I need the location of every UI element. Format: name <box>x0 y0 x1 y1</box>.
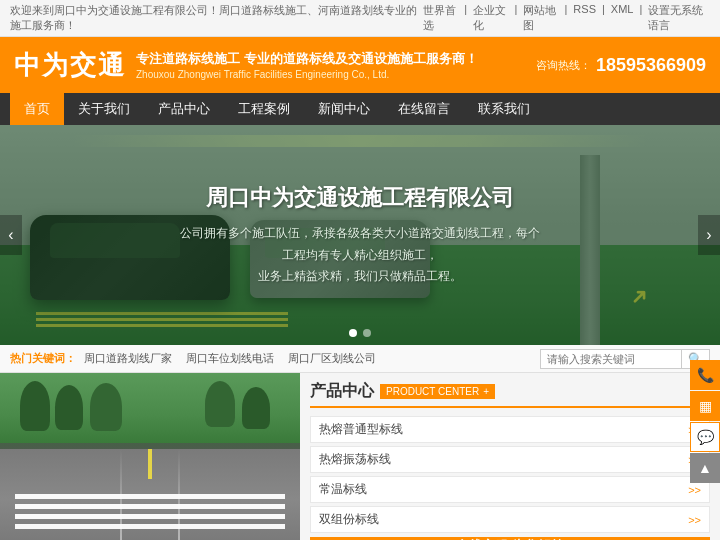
hot-label: 热门关键词： <box>10 351 76 366</box>
top-bar-link-1[interactable]: 世界首选 <box>423 3 458 33</box>
floating-top-button[interactable]: ▲ <box>690 453 720 483</box>
logo-main-text: 中为交通 <box>14 48 126 83</box>
prev-slide-button[interactable]: ‹ <box>0 215 22 255</box>
hero-title: 周口中为交通设施工程有限公司 <box>180 183 540 213</box>
product-item-3[interactable]: 常温标线 >> <box>310 476 710 503</box>
floating-phone-button[interactable]: 📞 <box>690 360 720 390</box>
top-bar: 欢迎来到周口中为交通设施工程有限公司！周口道路标线施工、河南道路划线专业的施工服… <box>0 0 720 37</box>
product-item-3-name: 常温标线 <box>319 481 367 498</box>
top-bar-left-text: 欢迎来到周口中为交通设施工程有限公司！周口道路标线施工、河南道路划线专业的施工服… <box>10 3 423 33</box>
logo-sub-top: 专注道路标线施工 专业的道路标线及交通设施施工服务商！ <box>136 50 478 68</box>
hero-dot-1[interactable] <box>349 329 357 337</box>
hot-search: 🔍 <box>540 349 710 369</box>
hero-content: 周口中为交通设施工程有限公司 公司拥有多个施工队伍，承接各级各类大小道路交通划线… <box>180 183 540 288</box>
nav-item-message[interactable]: 在线留言 <box>384 93 464 125</box>
product-center-plus: + <box>483 386 489 397</box>
product-item-1[interactable]: 热熔普通型标线 >> <box>310 416 710 443</box>
product-center-title: 产品中心 <box>310 381 374 402</box>
logo-area: 中为交通 专注道路标线施工 专业的道路标线及交通设施施工服务商！ Zhouxou… <box>14 48 478 83</box>
hero-dots <box>349 329 371 337</box>
top-bar-link-3[interactable]: 网站地图 <box>523 3 558 33</box>
road-scene <box>0 373 300 540</box>
phone-label: 咨询热线： <box>536 58 591 73</box>
product-center-header: 产品中心 PRODUCT CENTER + <box>310 381 710 408</box>
nav-item-news[interactable]: 新闻中心 <box>304 93 384 125</box>
nav-item-products[interactable]: 产品中心 <box>144 93 224 125</box>
product-item-4-arrow: >> <box>688 514 701 526</box>
main-content: 产品中心 PRODUCT CENTER + 热熔普通型标线 >> 热熔振荡标线 … <box>0 373 720 540</box>
product-item-1-name: 热熔普通型标线 <box>319 421 403 438</box>
hero-slider: ➜ 周口中为交通设施工程有限公司 公司拥有多个施工队伍，承接各级各类大小道路交通… <box>0 125 720 345</box>
main-right-panel: 产品中心 PRODUCT CENTER + 热熔普通型标线 >> 热熔振荡标线 … <box>300 373 720 540</box>
hero-dot-2[interactable] <box>363 329 371 337</box>
header: 中为交通 专注道路标线施工 专业的道路标线及交通设施施工服务商！ Zhouxou… <box>0 37 720 93</box>
floating-qr-button[interactable]: ▦ <box>690 391 720 421</box>
page-wrapper: 欢迎来到周口中为交通设施工程有限公司！周口道路标线施工、河南道路划线专业的施工服… <box>0 0 720 540</box>
top-bar-link-4[interactable]: RSS <box>573 3 596 33</box>
hot-keyword-1[interactable]: 周口道路划线厂家 <box>84 351 172 366</box>
logo-sub: 专注道路标线施工 专业的道路标线及交通设施施工服务商！ Zhouxou Zhon… <box>136 50 478 80</box>
top-bar-link-5[interactable]: XML <box>611 3 634 33</box>
floating-sidebar: 📞 ▦ 💬 ▲ <box>690 360 720 483</box>
top-bar-link-2[interactable]: 企业文化 <box>473 3 508 33</box>
floating-chat-button[interactable]: 💬 <box>690 422 720 452</box>
product-item-4-name: 双组份标线 <box>319 511 379 528</box>
hot-keywords: 周口道路划线厂家 周口车位划线电话 周口厂区划线公司 <box>84 351 540 366</box>
hero-desc-1: 公司拥有多个施工队伍，承接各级各类大小道路交通划线工程，每个工程均有专人精心组织… <box>180 223 540 266</box>
header-phone: 咨询热线： 18595366909 <box>536 55 706 76</box>
hot-keyword-3[interactable]: 周口厂区划线公司 <box>288 351 376 366</box>
logo-sub-bottom: Zhouxou Zhongwei Traffic Facilities Engi… <box>136 69 478 80</box>
product-list: 热熔普通型标线 >> 热熔振荡标线 >> 常温标线 >> 双组份标线 >> <box>310 416 710 533</box>
product-center-en-text: PRODUCT CENTER <box>386 386 479 397</box>
nav-item-home[interactable]: 首页 <box>10 93 64 125</box>
nav-item-projects[interactable]: 工程案例 <box>224 93 304 125</box>
product-item-4[interactable]: 双组份标线 >> <box>310 506 710 533</box>
top-bar-link-6[interactable]: 设置无系统语言 <box>648 3 710 33</box>
main-left-image <box>0 373 300 540</box>
next-slide-button[interactable]: › <box>698 215 720 255</box>
search-input[interactable] <box>541 350 681 368</box>
hero-desc-2: 业务上精益求精，我们只做精品工程。 <box>180 266 540 288</box>
hot-keyword-2[interactable]: 周口车位划线电话 <box>186 351 274 366</box>
nav-item-contact[interactable]: 联系我们 <box>464 93 544 125</box>
product-center-en-badge: PRODUCT CENTER + <box>380 384 495 399</box>
product-item-2[interactable]: 热熔振荡标线 >> <box>310 446 710 473</box>
top-bar-right: 世界首选 | 企业文化 | 网站地图 | RSS | XML | 设置无系统语言 <box>423 3 710 33</box>
hot-bar: 热门关键词： 周口道路划线厂家 周口车位划线电话 周口厂区划线公司 🔍 <box>0 345 720 373</box>
product-item-3-arrow: >> <box>688 484 701 496</box>
phone-number: 18595366909 <box>596 55 706 76</box>
nav: 首页 关于我们 产品中心 工程案例 新闻中心 在线留言 联系我们 <box>0 93 720 125</box>
nav-item-about[interactable]: 关于我们 <box>64 93 144 125</box>
product-item-2-name: 热熔振荡标线 <box>319 451 391 468</box>
